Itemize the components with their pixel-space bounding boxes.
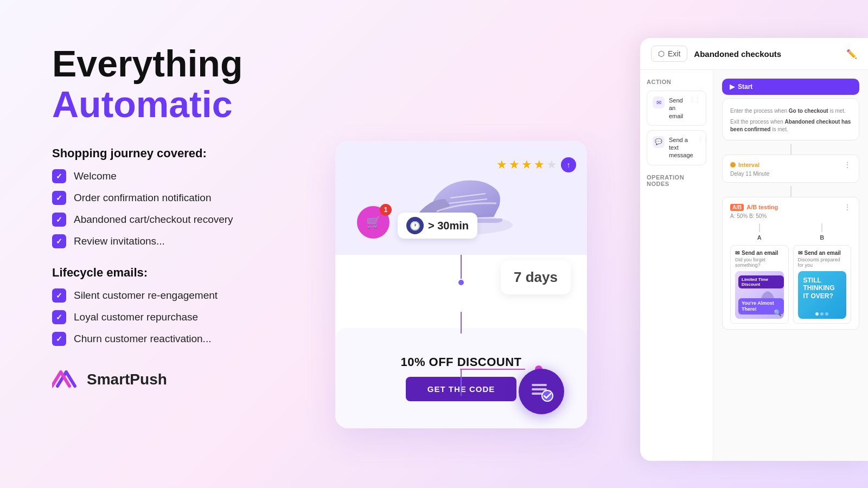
email-preview-a: Limited Time Discount You're Almost Ther… [735, 271, 784, 319]
start-exit-text: Exit the process when Abandoned checkout… [730, 119, 851, 132]
interval-label: Interval [738, 162, 760, 168]
tagline-b-text: STILL THINKING IT OVER? [803, 277, 835, 300]
start-desc-node: Enter the process when Go to checkout is… [722, 98, 859, 140]
branch-a-email-sub: Did you forget something? [735, 257, 784, 268]
branch-b-label: B [820, 234, 824, 241]
email-action-icon: ✉ [653, 97, 665, 108]
panel-header: ⬡ Exit Abandoned checkouts ✏️ [640, 38, 868, 70]
email-icon-b: ✉ [798, 250, 802, 256]
time-label: > 30min [428, 220, 469, 232]
start-desc-text: Enter the process when Go to checkout is… [730, 107, 851, 115]
interval-title: Interval [730, 162, 760, 168]
ab-header: A/B A/B testing ⋮ [730, 203, 851, 211]
play-icon: ▶ [730, 83, 735, 91]
ab-testing-node: A/B A/B testing ⋮ A: 50% B: 50% A [722, 197, 859, 330]
star-1-icon: ★ [496, 158, 507, 172]
list-item-label: Silent customer re-engagement [74, 290, 218, 301]
operation-section-label: Operation nodes [647, 174, 706, 187]
dot-2 [820, 312, 824, 316]
send-email-action[interactable]: ✉ Send an email ⋮⋮ [647, 91, 706, 126]
bottom-connector-line [461, 369, 462, 396]
checklist-icon [529, 380, 553, 403]
cart-badge-number: 1 [380, 204, 392, 216]
email-b-content: STILL THINKING IT OVER? [798, 271, 847, 305]
cart-badge: 🛒 1 [357, 206, 390, 239]
send-text-action[interactable]: 💬 Send a text message ⋮⋮ [647, 130, 706, 165]
branch-a-label: A [757, 234, 762, 241]
check-icon [52, 310, 66, 324]
list-item: Review invitations... [52, 234, 356, 248]
panel-body: Action ✉ Send an email ⋮⋮ 💬 Send a text … [640, 70, 868, 461]
branch-b-line [821, 223, 822, 232]
list-item: Order confirmation notification [52, 191, 356, 205]
dot-1 [815, 312, 819, 316]
list-item: Welcome [52, 169, 356, 183]
dot-indicator [815, 312, 828, 316]
panel-sidebar: Action ✉ Send an email ⋮⋮ 💬 Send a text … [640, 70, 713, 461]
shopping-journey-section: Shopping journey covered: Welcome Order … [52, 146, 356, 248]
branch-b-email-label: Send an email [805, 250, 841, 256]
check-icon [52, 332, 66, 346]
star-3-icon: ★ [521, 158, 532, 172]
clock-icon: 🕐 [406, 217, 424, 234]
panel-title: Abandoned checkouts [694, 49, 840, 59]
ab-label: A/B testing [746, 204, 778, 210]
check-icon [52, 191, 66, 205]
branch-a-line [759, 223, 760, 232]
exit-button[interactable]: ⬡ Exit [651, 46, 687, 62]
list-item-label: Review invitations... [74, 235, 165, 247]
discount-section: 10% OFF DISCOUNT GET THE CODE [335, 328, 587, 428]
star-4-icon: ★ [534, 158, 545, 172]
svg-rect-1 [532, 384, 547, 386]
stars-area: ★ ★ ★ ★ ★ ↑ [496, 157, 576, 172]
list-item-label: Abandoned cart/checkout recovery [74, 214, 233, 226]
interval-menu-icon[interactable]: ⋮ [844, 160, 851, 169]
start-node-label: ▶ Start [730, 83, 852, 91]
lifecycle-list: Silent customer re-engagement Loyal cust… [52, 288, 356, 346]
email-action-label: Send an email [669, 97, 685, 120]
tagline-a-text: You're Almost There! [742, 300, 774, 312]
days-bubble: 7 days [501, 260, 571, 294]
list-item-label: Order confirmation notification [74, 192, 211, 204]
branch-b-email-node: ✉ Send an email Discounts prepared for y… [793, 245, 852, 324]
action-section-label: Action [647, 79, 706, 85]
svg-rect-3 [532, 393, 542, 395]
ab-split: A: 50% B: 50% [730, 213, 851, 219]
cart-icon: 🛒 [366, 215, 381, 229]
cursor-icon: ↑ [561, 157, 576, 172]
branch-b: B ✉ Send an email Discounts prepared for… [793, 223, 852, 324]
interval-desc: Delay 11 Minute [730, 171, 851, 177]
svg-rect-2 [532, 388, 547, 390]
list-item: Abandoned cart/checkout recovery [52, 213, 356, 227]
zoom-icon[interactable]: 🔍 [774, 309, 782, 317]
list-item: Churn customer reactivation... [52, 332, 356, 346]
branch-a-email-label: Send an email [742, 250, 778, 256]
star-2-icon: ★ [509, 158, 520, 172]
list-item: Loyal customer repurchase [52, 310, 356, 324]
logo-area: SmartPush [52, 368, 356, 391]
tagline-b: STILL THINKING IT OVER? [803, 277, 841, 300]
list-item-label: Loyal customer repurchase [74, 311, 198, 323]
discount-connector [461, 312, 462, 333]
branch-a-connector: A [730, 223, 789, 242]
headline-part1: Everything [52, 43, 242, 84]
text-action-icon: 💬 [653, 136, 665, 148]
email-preview-b: STILL THINKING IT OVER? [798, 271, 847, 319]
text-action-label: Send a text message [669, 136, 693, 159]
headline: Everything Automatic [52, 43, 356, 125]
promo-tag: Limited Time Discount [738, 275, 784, 288]
discount-title: 10% OFF DISCOUNT [400, 355, 521, 369]
check-icon [52, 288, 66, 303]
drag-handle-icon-2: ⋮⋮ [698, 136, 709, 142]
center-preview-card: ★ ★ ★ ★ ★ ↑ 🛒 1 🕐 > 30min 7 days [335, 141, 587, 428]
branch-b-connector: B [793, 223, 852, 242]
connector-1 [790, 144, 792, 155]
workflow-canvas[interactable]: ▶ Start Enter the process when Go to che… [713, 70, 868, 461]
star-5-icon: ★ [546, 158, 557, 172]
edit-icon[interactable]: ✏️ [846, 49, 857, 59]
start-label: Start [738, 83, 752, 91]
promo-tag-text: Limited Time Discount [742, 277, 768, 287]
ab-menu-icon[interactable]: ⋮ [844, 203, 851, 211]
ab-title: A/B A/B testing [730, 204, 778, 211]
email-icon-a: ✉ [735, 250, 739, 256]
